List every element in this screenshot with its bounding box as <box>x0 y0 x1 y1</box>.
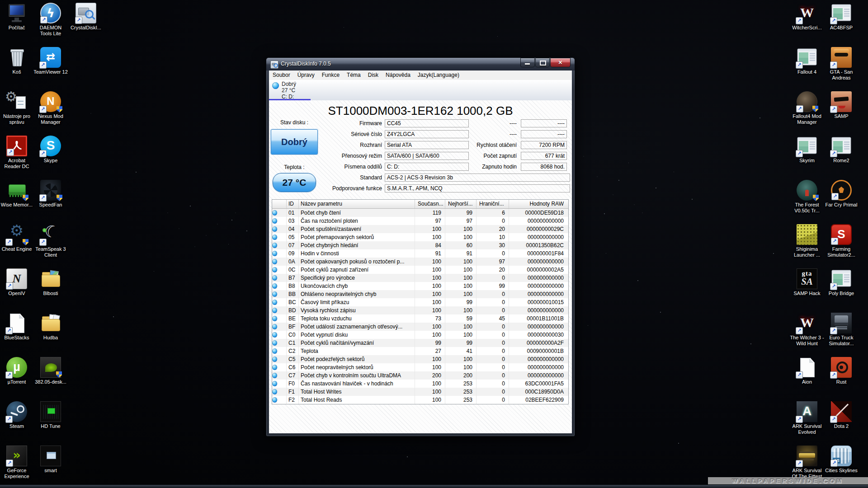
menu-item-jazyk-language[interactable]: Jazyk(Language) <box>414 70 463 80</box>
cell-id: B7 <box>287 274 299 282</box>
menu-item-napoveda[interactable]: Nápověda <box>382 70 414 80</box>
smart-row-C6[interactable]: C6Počet neopravitelných sektorů100100000… <box>272 363 568 371</box>
smart-row-BE[interactable]: BETeplota toku vzduchu73594500001B11001B <box>272 314 568 323</box>
cell-hodnoty-raw: 00000DE59D18 <box>509 209 567 217</box>
icon-label: The Forest V0.50c Tr... <box>790 202 824 214</box>
desktop-icon-teamspeak-3-client[interactable]: ☾TeamSpeak 3 Client <box>33 224 68 258</box>
col-header-hodnoty-raw[interactable]: Hodnoty RAW <box>509 200 567 208</box>
desktop-icon-openiv[interactable]: NOpenIV <box>0 268 34 296</box>
smart-row-0C[interactable]: 0CPočet cyklů zapnutí zařízení1001002000… <box>272 266 568 274</box>
window-titlebar[interactable]: CrystalDiskInfo 7.0.5 <box>266 58 575 70</box>
desktop-icon-ac4bfsp[interactable]: AC4BFSP <box>824 3 859 31</box>
desktop-icon-pocitac[interactable]: Počítač <box>0 3 34 31</box>
desktop-icon-farming-simulator2[interactable]: SFarming Simulator2... <box>824 224 859 258</box>
cell-nazev-parametru: Počet chybných hledání <box>299 241 415 249</box>
smart-row-C0[interactable]: C0Počet vypnutí disku1001000000000000030 <box>272 331 568 339</box>
maximize-button[interactable] <box>535 58 550 67</box>
desktop-icon-kos[interactable]: Koš <box>0 47 34 75</box>
menu-item-disk[interactable]: Disk <box>364 70 382 80</box>
desktop-icon-hudba[interactable]: Hudba <box>33 313 68 341</box>
smart-row-03[interactable]: 03Čas na roztočení ploten979700000000000… <box>272 217 568 225</box>
menu-item-tema[interactable]: Téma <box>343 70 364 80</box>
smart-row-04[interactable]: 04Počet spuštění/zastavení10010020000000… <box>272 225 568 233</box>
menu-item-funkce[interactable]: Funkce <box>318 70 343 80</box>
desktop-icon-aion[interactable]: Aion <box>790 357 824 385</box>
desktop-icon-rust[interactable]: Rust <box>824 357 859 385</box>
desktop-icon-gta-san-andreas[interactable]: GTA - San Andreas <box>824 47 859 81</box>
desktop-icon-bluestacks[interactable]: BlueStacks <box>0 313 34 341</box>
smart-row-F0[interactable]: F0Čas nastavování hlaviček - v hodinách1… <box>272 380 568 388</box>
smart-row-C1[interactable]: C1Počet cyklů načítání/vymazání999900000… <box>272 339 568 347</box>
desktop-icon-nexus-mod-manager[interactable]: NNexus Mod Manager <box>33 91 68 125</box>
desktop-icon-hd-tune[interactable]: HD Tune <box>33 401 68 429</box>
smart-row-0A[interactable]: 0APočet opakovaných pokusů o roztočení p… <box>272 258 568 266</box>
col-header-id[interactable]: ID <box>287 200 299 208</box>
cell-soucasn: 119 <box>415 209 445 217</box>
col-header-nejhorsi[interactable]: Nejhorší... <box>445 200 476 208</box>
close-button[interactable] <box>550 58 571 67</box>
col-header-status[interactable] <box>272 200 287 208</box>
desktop-icon-samp-hack[interactable]: gtaSASAMP Hack <box>790 268 824 296</box>
desktop-icon-crystaldiski[interactable]: CrystalDiskI... <box>69 3 103 31</box>
smart-row-C5[interactable]: C5Počet podezřelých sektorů1001000000000… <box>272 355 568 363</box>
desktop-icon-rome2[interactable]: Rome2 <box>824 136 859 164</box>
desktop-icon-the-witcher-3-wild-hunt[interactable]: WThe Witcher 3 - Wild Hunt <box>790 313 824 347</box>
desktop-icon-steam[interactable]: Steam <box>0 401 34 429</box>
smart-row-01[interactable]: 01Počet chyb čtení11999600000DE59D18 <box>272 209 568 217</box>
smart-row-09[interactable]: 09Hodin v činnosti91910000000001F84 <box>272 249 568 258</box>
desktop-icon-nastroje-pro-spravu[interactable]: ⚙Nástroje pro správu <box>0 91 34 125</box>
col-header-nazev-parametru[interactable]: Název parametru <box>299 200 415 208</box>
desktop-icon-cheat-engine[interactable]: ⚙Cheat Engine <box>0 224 34 252</box>
desktop-icon-ark-survival-of-the-fittest[interactable]: ARK Survival Of The Fittest <box>790 446 824 479</box>
menu-item-upravy[interactable]: Úpravy <box>294 70 318 80</box>
smart-row-BC[interactable]: BCČasový limit příkazu100990000000010015 <box>272 298 568 306</box>
cell-nazev-parametru: Počet vypnutí disku <box>299 331 415 339</box>
desktop-icon-witcherscri[interactable]: WWitcherScri... <box>790 3 824 31</box>
smart-row-C7[interactable]: C7Počet chyb v kontrolním součtu UltraDM… <box>272 371 568 380</box>
desktop-icon-acrobat-reader-dc[interactable]: Acrobat Reader DC <box>0 136 34 169</box>
desktop-icon-torrent[interactable]: µµTorrent <box>0 357 34 385</box>
desktop-icon-wise-memor[interactable]: Wise Memor... <box>0 180 34 208</box>
menu-item-soubor[interactable]: Soubor <box>269 70 294 80</box>
desktop-icon-far-cry-primal[interactable]: Far Cry Primal <box>824 180 859 208</box>
drive-tab[interactable]: Dobrý 27 °C C: D: <box>269 80 311 100</box>
desktop-icon-fallout4-mod-manager[interactable]: Fallout4 Mod Manager <box>790 91 824 125</box>
desktop-icon-382-05-desk[interactable]: 382.05-desk... <box>33 357 68 385</box>
smart-row-BD[interactable]: BDVysoká rychlost zápisu1001000000000000… <box>272 306 568 314</box>
desktop-icon-poly-bridge[interactable]: Poly Bridge <box>824 268 859 296</box>
uac-shield-icon <box>23 195 28 201</box>
minimize-button[interactable] <box>520 58 535 67</box>
desktop-icon-smart[interactable]: smart <box>33 446 68 474</box>
smart-row-F1[interactable]: F1Total Host Writes1002530000C18950D0A <box>272 388 568 396</box>
col-header-soucasn[interactable]: Současn... <box>415 200 445 208</box>
desktop-icon-geforce-experience[interactable]: »GeForce Experience <box>0 446 34 479</box>
desktop-icon-blbosti[interactable]: Blbosti <box>33 268 68 296</box>
taskbar[interactable] <box>0 484 868 488</box>
doc-icon <box>6 313 27 333</box>
smart-row-05[interactable]: 05Počet přemapovaných sektorů10010010000… <box>272 233 568 241</box>
smartshot-icon <box>40 446 61 466</box>
desktop-icon-dota-2[interactable]: Dota 2 <box>824 401 859 429</box>
smart-row-B7[interactable]: B7Specifický pro výrobce1001000000000000… <box>272 274 568 282</box>
desktop-icon-samp[interactable]: SAMP <box>824 91 859 119</box>
status-orb-icon <box>272 218 278 224</box>
desktop-icon-daemon-tools-lite[interactable]: ϟDAEMON Tools Lite <box>33 3 68 37</box>
smart-row-07[interactable]: 07Počet chybných hledání84603000001350B6… <box>272 241 568 249</box>
desktop-icon-fallout-4[interactable]: Fallout 4 <box>790 47 824 75</box>
desktop-icon-ark-survival-evolved[interactable]: AARK Survival Evolved <box>790 401 824 435</box>
smart-row-F2[interactable]: F2Total Host Reads100253002BEEF622909 <box>272 396 568 404</box>
smart-row-BB[interactable]: BBOhlášeno neopravitelných chyb100100000… <box>272 290 568 298</box>
desktop-icon-euro-truck-simulator[interactable]: Euro Truck Simulator... <box>824 313 859 347</box>
desktop-icon-the-forest-v0-50c-tr[interactable]: The Forest V0.50c Tr... <box>790 180 824 214</box>
smart-row-C2[interactable]: C2Teplota2741000090000001B <box>272 347 568 355</box>
col-header-hranicni[interactable]: Hraniční... <box>476 200 509 208</box>
desktop-icon-teamviewer-12[interactable]: ⇄TeamViewer 12 <box>33 47 68 75</box>
smart-row-B8[interactable]: B8Ukončovacích chyb10010099000000000000 <box>272 282 568 290</box>
desktop-icon-shiginima-launcher[interactable]: Shiginima Launcher ... <box>790 224 824 258</box>
desktop-icon-cities-skylines[interactable]: CSCities Skylines <box>824 446 859 474</box>
desktop-icon-skyrim[interactable]: Skyrim <box>790 136 824 164</box>
desktop-icon-speedfan[interactable]: SpeedFan <box>33 180 68 208</box>
star-dot <box>628 163 629 163</box>
smart-row-BF[interactable]: BFPočet událostí zaznamenaných otřesový.… <box>272 323 568 331</box>
desktop-icon-skype[interactable]: SSkype <box>33 136 68 164</box>
